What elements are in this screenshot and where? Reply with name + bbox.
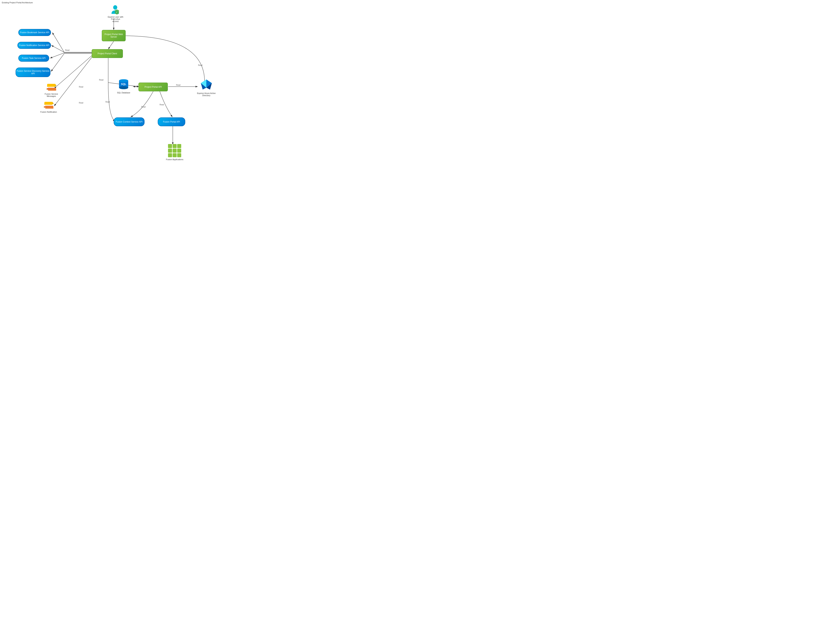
web-server-label: Project Portal Web Server <box>102 33 125 38</box>
read-label-4: Read <box>198 64 202 66</box>
azure-ad-icon <box>200 78 213 92</box>
svg-text:SQL: SQL <box>121 83 126 85</box>
read-label-2: Read <box>99 79 103 81</box>
fusion-task-node: Fusion Task Service API <box>18 55 49 62</box>
svg-marker-27 <box>55 84 57 86</box>
fusion-apps-label: Fusion Applications <box>166 159 183 160</box>
fusion-messages-label: Fusion Service Messages <box>40 93 62 97</box>
client-label: Project Portal Client <box>98 52 117 55</box>
fusion-bookmark-label: Fusion Bookmark Service API <box>20 31 49 34</box>
svg-marker-32 <box>44 106 45 108</box>
fusion-portal-api-node: Fusion Portal API <box>158 118 185 126</box>
fusion-apps-container: Fusion Applications <box>166 144 183 160</box>
fusion-discovery-label: Fusion Service Discovery Service API <box>16 70 50 75</box>
fusion-notification-container: Fusion Notification <box>40 101 57 113</box>
fusion-context-node: Fusion Context Service API <box>114 118 145 126</box>
read-label-8: Read <box>160 104 164 106</box>
fusion-messages-icon <box>46 83 57 92</box>
user-label: Equinor user with ProCoSysaccess <box>107 16 124 22</box>
client-node: Project Portal Client <box>92 49 123 58</box>
svg-marker-28 <box>46 88 48 90</box>
read-label-7: Read <box>141 106 145 108</box>
svg-point-15 <box>119 86 128 89</box>
fusion-task-label: Fusion Task Service API <box>22 57 46 59</box>
svg-marker-30 <box>52 102 54 104</box>
read-label-6: Read <box>79 102 83 104</box>
svg-text:✓: ✓ <box>116 11 118 13</box>
azure-ad-label: Equinor Azure Active Directory <box>195 92 217 96</box>
sql-label: SQL Database <box>117 92 130 94</box>
fusion-bookmark-node: Fusion Bookmark Service API <box>18 29 51 36</box>
svg-line-6 <box>54 55 93 106</box>
fusion-notification-icon <box>44 101 54 110</box>
user-icon: ✓ <box>110 4 121 15</box>
fusion-notification-svc-node: Fusion Notification Service API <box>18 42 51 49</box>
azure-ad-container: Equinor Azure Active Directory <box>195 78 217 96</box>
svg-rect-31 <box>45 106 53 109</box>
user-icon-container: ✓ Equinor user with ProCoSysaccess <box>107 4 124 22</box>
read-label-1: Read <box>65 49 70 51</box>
read-label-9: Read <box>106 101 110 103</box>
read-label-5: Read <box>79 86 83 88</box>
svg-line-3 <box>108 41 114 49</box>
sql-icon: SQL <box>117 78 130 91</box>
svg-point-11 <box>113 5 117 10</box>
portal-api-node: Project Portal API <box>139 83 168 92</box>
fusion-context-label: Fusion Context Service API <box>116 121 142 123</box>
svg-rect-29 <box>44 102 53 105</box>
svg-rect-25 <box>48 88 56 91</box>
fusion-portal-api-label: Fusion Portal API <box>163 121 180 123</box>
fusion-discovery-node: Fusion Service Discovery Service API <box>16 67 51 77</box>
page-title: Existing Project Portal Architecture <box>2 2 33 4</box>
web-server-node: Project Portal Web Server <box>102 30 126 41</box>
sql-container: SQL SQL Database <box>117 78 130 94</box>
fusion-notification-svc-label: Fusion Notification Service API <box>19 44 49 47</box>
fusion-apps-grid <box>168 144 181 157</box>
fusion-messages-container: Fusion Service Messages <box>40 83 62 97</box>
portal-api-label: Project Portal API <box>145 86 162 88</box>
svg-point-17 <box>119 79 128 82</box>
fusion-notification-label: Fusion Notification <box>40 111 57 113</box>
read-label-3: Read <box>176 84 180 86</box>
